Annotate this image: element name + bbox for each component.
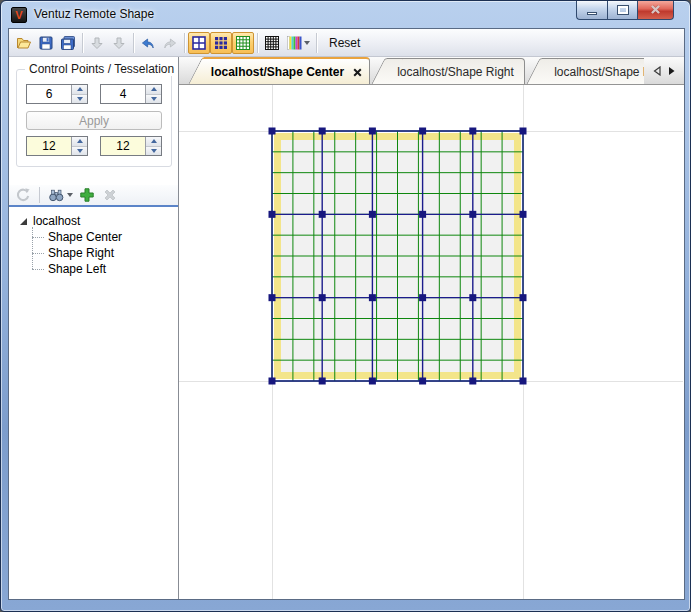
app-icon: V <box>11 7 27 23</box>
spin-up-button[interactable] <box>72 137 87 147</box>
tree-expanded-icon <box>19 217 28 226</box>
toggle-control-grid-button[interactable] <box>188 32 210 54</box>
import-button[interactable] <box>86 32 108 54</box>
find-button[interactable] <box>46 185 74 205</box>
close-button[interactable] <box>638 0 674 20</box>
grid-fine-green-icon <box>235 35 251 51</box>
left-panel: Control Points / Tesselation <box>9 57 179 599</box>
shape-grid[interactable] <box>179 85 683 599</box>
main-toolbar: Reset <box>9 29 684 57</box>
app-icon-letter: V <box>15 9 22 21</box>
tab-shape-right[interactable]: localhost/Shape Right <box>387 58 525 84</box>
toolbar-separator <box>82 33 83 53</box>
spin-down-icon <box>77 97 83 101</box>
spin-down-button[interactable] <box>72 147 87 156</box>
maximize-button[interactable] <box>607 0 638 20</box>
save-all-button[interactable] <box>57 32 79 54</box>
grid-fine-black-icon <box>264 35 280 51</box>
window-title: Ventuz Remote Shape <box>34 1 154 29</box>
redo-button[interactable] <box>159 32 181 54</box>
minimize-icon <box>587 12 597 15</box>
spin-down-button[interactable] <box>146 95 161 104</box>
tab-scroll-buttons <box>644 57 684 84</box>
client-area: Reset Control Points / Tesselation <box>9 29 684 599</box>
apply-button[interactable]: Apply <box>26 111 162 130</box>
export-button[interactable] <box>108 32 130 54</box>
shape-canvas[interactable] <box>179 85 684 599</box>
spin-up-icon <box>77 87 83 91</box>
minimize-button[interactable] <box>576 0 607 20</box>
spin-up-icon <box>77 139 83 143</box>
spin-up-icon <box>151 139 157 143</box>
tree-item-shape-left[interactable]: Shape Left <box>32 261 178 277</box>
connection-tree: localhost Shape Center Shape Right Shape… <box>9 207 178 277</box>
maximize-icon <box>618 6 628 14</box>
spin-down-icon <box>77 149 83 153</box>
grid-dots-icon <box>213 35 229 51</box>
delete-button[interactable] <box>100 185 120 205</box>
tab-label: localhost/Shape Right <box>397 65 514 79</box>
tabstrip: localhost/Shape Center localhost/Shape R… <box>179 57 684 85</box>
spin-up-button[interactable] <box>146 137 161 147</box>
binoculars-icon <box>48 187 65 203</box>
arrow-down-icon <box>89 35 105 51</box>
color-bars-button[interactable] <box>283 32 313 54</box>
tree-item-label: Shape Center <box>48 230 122 244</box>
open-button[interactable] <box>13 32 35 54</box>
titlebar[interactable]: V Ventuz Remote Shape <box>1 1 690 29</box>
save-button[interactable] <box>35 32 57 54</box>
tesselation-y-input[interactable] <box>101 137 145 155</box>
tree-item-shape-right[interactable]: Shape Right <box>32 245 178 261</box>
spin-up-button[interactable] <box>72 85 87 95</box>
tree-root-label: localhost <box>33 214 80 228</box>
toggle-tesselation-grid-button[interactable] <box>232 32 254 54</box>
grid-coarse-icon <box>191 35 207 51</box>
editor-area: localhost/Shape Center localhost/Shape R… <box>179 57 684 599</box>
toolbar-separator <box>316 33 317 53</box>
tree-toolbar <box>9 185 178 207</box>
control-points-rows-input[interactable] <box>101 85 145 103</box>
tesselation-y-spinner <box>100 136 162 156</box>
spin-down-button[interactable] <box>146 147 161 156</box>
control-points-cols-spinner <box>26 84 88 104</box>
close-icon <box>650 4 661 15</box>
undo-arrow-icon <box>140 35 156 51</box>
colorbars-icon <box>287 35 302 51</box>
tab-scroll-left-button[interactable] <box>653 66 661 76</box>
folder-open-icon <box>16 35 32 51</box>
arrow-down-icon <box>111 35 127 51</box>
reset-button[interactable]: Reset <box>320 33 369 53</box>
plus-icon <box>79 187 95 203</box>
tree-item-label: Shape Left <box>48 262 106 276</box>
groupbox-title: Control Points / Tesselation <box>25 62 178 76</box>
tree-item-localhost[interactable]: localhost <box>19 213 178 229</box>
control-points-rows-spinner <box>100 84 162 104</box>
delete-cross-icon <box>102 187 118 203</box>
spin-down-button[interactable] <box>72 95 87 104</box>
app-window: V Ventuz Remote Shape <box>0 0 691 612</box>
toolbar-separator <box>257 33 258 53</box>
control-points-cols-input[interactable] <box>27 85 71 103</box>
tree-item-shape-center[interactable]: Shape Center <box>32 229 178 245</box>
toggle-control-points-button[interactable] <box>210 32 232 54</box>
refresh-button[interactable] <box>13 185 33 205</box>
tab-shape-center[interactable]: localhost/Shape Center <box>204 57 370 85</box>
tab-label: localhost/Shape Center <box>211 65 344 79</box>
spin-up-button[interactable] <box>146 85 161 95</box>
toolbar-separator <box>133 33 134 53</box>
undo-button[interactable] <box>137 32 159 54</box>
refresh-icon <box>15 187 31 203</box>
toggle-checker-grid-button[interactable] <box>261 32 283 54</box>
tab-close-icon[interactable] <box>353 68 362 77</box>
floppy-multiple-icon <box>60 35 76 51</box>
spin-down-icon <box>151 149 157 153</box>
redo-arrow-icon <box>162 35 178 51</box>
spin-down-icon <box>151 97 157 101</box>
tesselation-x-input[interactable] <box>27 137 71 155</box>
floppy-icon <box>38 35 54 51</box>
dropdown-caret-icon <box>67 193 73 197</box>
toolbar-separator <box>184 33 185 53</box>
tab-scroll-right-button[interactable] <box>668 66 676 76</box>
toolbar-separator <box>39 187 40 203</box>
add-button[interactable] <box>77 185 97 205</box>
